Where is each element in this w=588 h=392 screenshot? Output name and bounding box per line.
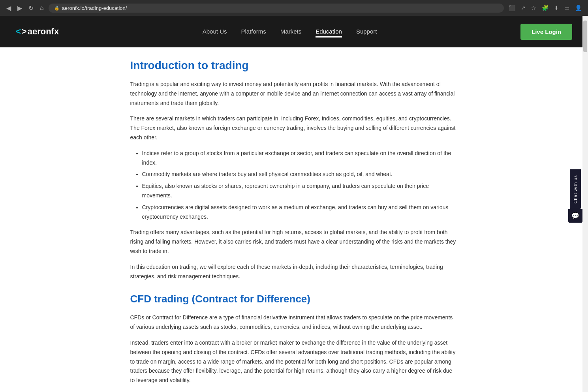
section1-para4: In this education on trading, we will ex… bbox=[130, 263, 458, 281]
download-icon[interactable]: ⬇ bbox=[552, 4, 560, 12]
nav-markets-link[interactable]: Markets bbox=[280, 28, 301, 35]
window-icon[interactable]: ▭ bbox=[563, 4, 571, 12]
section1-title: Introduction to trading bbox=[130, 59, 458, 72]
extensions-icon[interactable]: 🧩 bbox=[540, 4, 550, 12]
chat-widget-icon[interactable]: 💬 bbox=[568, 209, 582, 223]
section1-para2: There are several markets in which trade… bbox=[130, 114, 458, 142]
home-button[interactable]: ⌂ bbox=[38, 3, 45, 13]
scrollbar-track[interactable] bbox=[582, 16, 588, 392]
section1-bullet-list: Indices refer to a group of stocks from … bbox=[142, 149, 458, 222]
star-icon[interactable]: ☆ bbox=[530, 4, 538, 12]
browser-actions: ⬛ ↗ ☆ 🧩 ⬇ ▭ 👤 bbox=[507, 4, 583, 12]
navbar: < > aeronfx About Us Platforms Markets E… bbox=[0, 16, 588, 47]
url-text: aeronfx.io/trading-education/ bbox=[62, 5, 127, 11]
list-item: Equities, also known as stocks or shares… bbox=[142, 182, 458, 201]
nav-support[interactable]: Support bbox=[356, 28, 377, 35]
navbar-links: About Us Platforms Markets Education Sup… bbox=[203, 28, 377, 35]
back-button[interactable]: ◀ bbox=[5, 3, 13, 13]
browser-chrome: ◀ ▶ ↻ ⌂ 🔒 aeronfx.io/trading-education/ … bbox=[0, 0, 588, 16]
logo-text: > bbox=[22, 26, 27, 37]
address-bar[interactable]: 🔒 aeronfx.io/trading-education/ bbox=[49, 4, 504, 13]
chat-widget-tab[interactable]: Chat with us bbox=[570, 169, 581, 209]
chat-widget[interactable]: Chat with us 💬 bbox=[568, 169, 582, 223]
nav-about-link[interactable]: About Us bbox=[203, 28, 227, 35]
list-item: Commodity markets are where traders buy … bbox=[142, 170, 458, 179]
scrollbar-thumb[interactable] bbox=[583, 21, 587, 52]
nav-education[interactable]: Education bbox=[316, 28, 342, 35]
list-item: Indices refer to a group of stocks from … bbox=[142, 149, 458, 168]
lock-icon: 🔒 bbox=[54, 6, 60, 11]
nav-about[interactable]: About Us bbox=[203, 28, 227, 35]
logo-bracket-open: < bbox=[16, 26, 21, 37]
section1-para3: Trading offers many advantages, such as … bbox=[130, 228, 458, 256]
section2-para2: Instead, traders enter into a contract w… bbox=[130, 338, 458, 385]
nav-education-link[interactable]: Education bbox=[316, 28, 342, 38]
live-login-button[interactable]: Live Login bbox=[520, 24, 572, 40]
section2-title: CFD trading (Contract for Difference) bbox=[130, 293, 458, 305]
logo[interactable]: < > aeronfx bbox=[16, 26, 59, 37]
profile-icon[interactable]: 👤 bbox=[573, 4, 583, 12]
main-content: Introduction to trading Trading is a pop… bbox=[122, 47, 466, 392]
forward-button[interactable]: ▶ bbox=[16, 3, 24, 13]
chat-icon: 💬 bbox=[571, 212, 579, 219]
section1-para1: Trading is a popular and exciting way to… bbox=[130, 80, 458, 108]
logo-brand: aeronfx bbox=[28, 26, 59, 37]
screenshot-icon[interactable]: ⬛ bbox=[507, 4, 517, 12]
refresh-button[interactable]: ↻ bbox=[27, 3, 35, 13]
nav-support-link[interactable]: Support bbox=[356, 28, 377, 35]
nav-markets[interactable]: Markets bbox=[280, 28, 301, 35]
nav-platforms[interactable]: Platforms bbox=[241, 28, 266, 35]
share-icon[interactable]: ↗ bbox=[519, 4, 527, 12]
section2-para1: CFDs or Contract for Difference are a ty… bbox=[130, 313, 458, 332]
nav-platforms-link[interactable]: Platforms bbox=[241, 28, 266, 35]
list-item: Cryptocurrencies are digital assets desi… bbox=[142, 203, 458, 222]
